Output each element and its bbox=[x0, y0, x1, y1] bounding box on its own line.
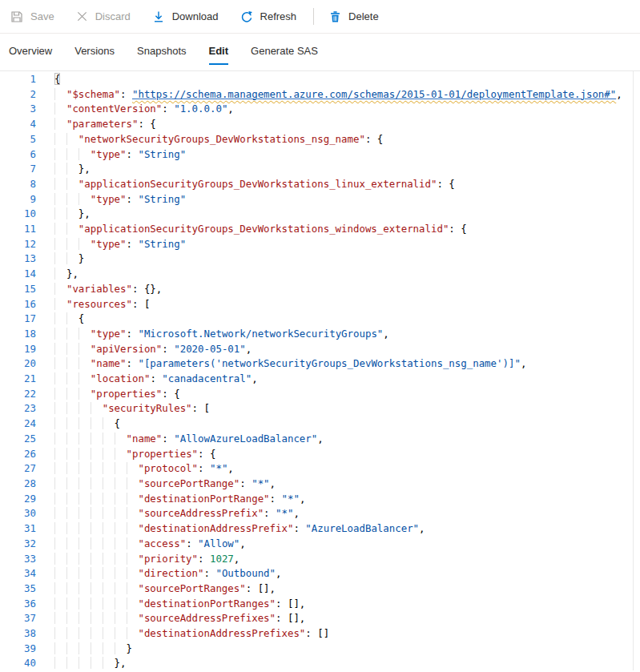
code-line: 27 "protocol": "*", bbox=[0, 461, 640, 477]
code-token: "AzureLoadBalancer" bbox=[305, 522, 419, 534]
code-lines: 1{2 "$schema": "https://schema.managemen… bbox=[0, 72, 640, 670]
code-line-content: "destinationPortRanges": [], bbox=[36, 597, 305, 612]
code-token: }, bbox=[78, 163, 91, 175]
code-line: 7 }, bbox=[0, 162, 640, 177]
indent-guides bbox=[54, 553, 138, 565]
indent-guides bbox=[54, 268, 66, 280]
code-token: "destinationAddressPrefix" bbox=[138, 522, 293, 534]
indent-guides bbox=[54, 207, 78, 219]
code-token: : bbox=[120, 88, 132, 100]
code-token: : {}, bbox=[132, 283, 162, 295]
code-token: , bbox=[616, 88, 622, 100]
code-token: "String" bbox=[138, 238, 186, 250]
code-line: 9 "type": "String" bbox=[0, 192, 640, 207]
code-line-content: "sourceAddressPrefixes": [], bbox=[36, 611, 305, 626]
save-button[interactable]: Save bbox=[10, 10, 54, 23]
code-token: : bbox=[270, 493, 282, 505]
code-token: "1.0.0.0" bbox=[174, 103, 227, 115]
code-token: , bbox=[383, 328, 388, 340]
code-line-content: "sourcePortRange": "*", bbox=[36, 477, 276, 492]
indent-guides bbox=[54, 627, 138, 639]
code-line: 20 "name": "[parameters('networkSecurity… bbox=[0, 356, 640, 372]
indent-guides bbox=[54, 312, 78, 324]
indent-guides bbox=[54, 477, 138, 489]
code-line-content: "priority": 1027, bbox=[36, 552, 239, 567]
download-button[interactable]: Download bbox=[152, 10, 219, 23]
code-token: : bbox=[162, 433, 174, 445]
code-token: : { bbox=[449, 223, 466, 235]
tab-snapshots[interactable]: Snapshots bbox=[137, 45, 186, 65]
code-token: , bbox=[276, 567, 281, 579]
indent-guides bbox=[54, 118, 66, 130]
indent-guides bbox=[54, 357, 91, 369]
code-line-content: "properties": { bbox=[36, 387, 180, 402]
code-line: 38 "destinationAddressPrefixes": [] bbox=[0, 626, 640, 642]
tab-versions[interactable]: Versions bbox=[74, 45, 115, 65]
indent-guides bbox=[54, 283, 66, 295]
code-line: 6 "type": "String" bbox=[0, 147, 640, 163]
code-line-content: "sourceAddressPrefix": "*", bbox=[36, 506, 300, 521]
code-token: : bbox=[204, 567, 216, 579]
code-token: "name" bbox=[91, 357, 127, 369]
code-token: : bbox=[264, 507, 276, 519]
code-token: "*" bbox=[210, 462, 227, 474]
indent-guides bbox=[54, 582, 138, 594]
code-line: 8 "applicationSecurityGroups_DevWorkstat… bbox=[0, 177, 640, 192]
save-label: Save bbox=[30, 10, 54, 22]
code-token: , bbox=[521, 357, 526, 369]
code-token: "networkSecurityGroups_DevWorkstations_n… bbox=[78, 133, 365, 145]
schema-url-link: "https://schema.management.azure.com/sch… bbox=[132, 88, 616, 100]
tab-overview[interactable]: Overview bbox=[9, 45, 52, 65]
indent-guides bbox=[54, 493, 138, 505]
code-line-content: "parameters": { bbox=[36, 117, 156, 132]
code-line: 13 } bbox=[0, 251, 640, 267]
code-token: }, bbox=[66, 268, 78, 280]
code-token: "applicationSecurityGroups_DevWorkstatio… bbox=[78, 178, 437, 190]
refresh-button[interactable]: Refresh bbox=[240, 10, 297, 23]
code-token: , bbox=[227, 462, 233, 474]
indent-guides bbox=[54, 462, 138, 474]
code-token: { bbox=[78, 312, 84, 324]
code-line: 2 "$schema": "https://schema.management.… bbox=[0, 87, 640, 103]
line-number: 24 bbox=[0, 416, 36, 432]
code-token: "[parameters('networkSecurityGroups_DevW… bbox=[138, 357, 520, 369]
code-line: 18 "type": "Microsoft.Network/networkSec… bbox=[0, 327, 640, 342]
indent-guides bbox=[54, 612, 138, 624]
line-number: 28 bbox=[0, 477, 36, 492]
code-line: 11 "applicationSecurityGroups_DevWorksta… bbox=[0, 222, 640, 237]
download-label: Download bbox=[172, 10, 219, 22]
delete-button[interactable]: Delete bbox=[329, 10, 379, 23]
code-token: "sourcePortRanges" bbox=[138, 582, 245, 594]
code-token: "AllowAzureLoadBalancer" bbox=[174, 433, 317, 445]
line-number: 35 bbox=[0, 581, 36, 597]
line-number: 29 bbox=[0, 492, 36, 507]
code-token: , bbox=[227, 103, 233, 115]
code-line: 5 "networkSecurityGroups_DevWorkstations… bbox=[0, 132, 640, 147]
line-number: 39 bbox=[0, 642, 36, 657]
json-code-editor[interactable]: 1{2 "$schema": "https://schema.managemen… bbox=[0, 70, 640, 670]
refresh-label: Refresh bbox=[260, 10, 297, 22]
code-token: "access" bbox=[138, 537, 186, 549]
line-number: 5 bbox=[0, 132, 36, 147]
line-number: 37 bbox=[0, 611, 36, 626]
tab-edit[interactable]: Edit bbox=[209, 45, 229, 65]
code-line: 34 "direction": "Outbound", bbox=[0, 566, 640, 581]
code-line-content: "destinationAddressPrefixes": [] bbox=[36, 626, 329, 642]
code-token: "type" bbox=[91, 328, 127, 340]
indent-guides bbox=[54, 372, 91, 384]
code-line: 21 "location": "canadacentral", bbox=[0, 372, 640, 387]
discard-button[interactable]: Discard bbox=[76, 10, 131, 22]
tab-generate-sas[interactable]: Generate SAS bbox=[251, 45, 318, 65]
line-number: 16 bbox=[0, 297, 36, 312]
indent-guides bbox=[54, 448, 127, 460]
line-number: 10 bbox=[0, 207, 36, 222]
code-token: "destinationAddressPrefixes" bbox=[138, 627, 305, 639]
indent-guides bbox=[54, 657, 115, 669]
code-token: "contentVersion" bbox=[66, 103, 162, 115]
code-token: : [], bbox=[246, 582, 276, 594]
code-token: : [ bbox=[192, 402, 210, 414]
code-line: 36 "destinationPortRanges": [], bbox=[0, 597, 640, 612]
code-line-content: "applicationSecurityGroups_DevWorkstatio… bbox=[36, 177, 455, 192]
code-token: : bbox=[127, 238, 139, 250]
code-token: }, bbox=[78, 207, 91, 219]
